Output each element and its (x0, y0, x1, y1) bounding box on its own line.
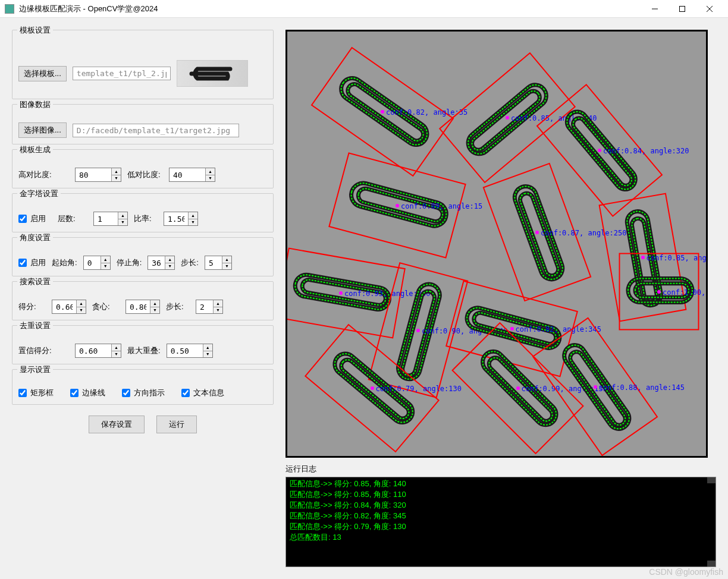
angle-stop-label: 停止角: (117, 257, 142, 268)
pyramid-group: 金字塔设置 启用 层数: ▲▼ 比率: ▲▼ (12, 193, 274, 232)
group-title: 金字塔设置 (17, 188, 61, 199)
template-preview (177, 60, 248, 87)
detection-center (371, 386, 374, 390)
pyramid-levels-spin[interactable]: ▲▼ (93, 212, 128, 226)
detection-center (516, 386, 520, 390)
group-title: 角度设置 (17, 232, 53, 243)
detection-label: conf:0.89, angle:15 (401, 202, 482, 210)
log-line: 匹配信息->> 得分: 0.82, 角度: 345 (290, 511, 712, 521)
log-output[interactable]: 匹配信息->> 得分: 0.85, 角度: 140匹配信息->> 得分: 0.8… (285, 477, 716, 567)
angle-step-spin[interactable]: ▲▼ (205, 256, 232, 270)
pyramid-levels-label: 层数: (58, 213, 87, 224)
text-checkbox[interactable]: 文本信息 (181, 388, 224, 398)
lo-contrast-label: 低对比度: (127, 169, 163, 180)
detection-center (535, 231, 539, 234)
edge-checkbox[interactable]: 边缘线 (70, 388, 105, 398)
detection-label: conf:0.88, angle:145 (599, 383, 685, 392)
titlebar: 边缘模板匹配演示 - OpenCV学堂@2024 (0, 0, 728, 18)
log-line: 匹配信息->> 得分: 0.79, 角度: 130 (290, 521, 712, 532)
close-button[interactable] (696, 0, 723, 18)
image-group: 图像数据 选择图像... (12, 104, 274, 144)
log-line: 匹配信息->> 得分: 0.85, 角度: 140 (290, 479, 712, 489)
group-title: 模板设置 (17, 25, 53, 36)
log-title: 运行日志 (285, 462, 716, 477)
detection-center (396, 204, 399, 207)
angle-group: 角度设置 启用 起始角: ▲▼ 停止角: ▲▼ 步长: ▲▼ (12, 237, 274, 276)
detection-center (657, 290, 661, 294)
log-line: 匹配信息->> 得分: 0.84, 角度: 320 (290, 500, 712, 511)
detection-center (598, 149, 601, 152)
detection-center (381, 110, 384, 114)
lo-contrast-spin[interactable]: ▲▼ (169, 168, 215, 182)
log-line: 总匹配数目: 13 (290, 532, 712, 543)
spin-up-icon: ▲ (206, 168, 215, 175)
dedup-overlap-label: 最大重叠: (127, 345, 161, 356)
pyramid-enable-checkbox[interactable]: 启用 (18, 213, 46, 224)
template-group: 模板设置 选择模板... (12, 30, 274, 99)
angle-enable-checkbox[interactable]: 启用 (18, 257, 46, 268)
hi-contrast-spin[interactable]: ▲▼ (75, 168, 121, 182)
detection-label: conf:0.79, angle:130 (376, 385, 462, 393)
display-group: 显示设置 矩形框 边缘线 方向指示 文本信息 (12, 369, 274, 405)
template-gen-group: 模板生成 高对比度: ▲▼ 低对比度: ▲▼ (12, 149, 274, 188)
log-line: 匹配信息->> 得分: 0.85, 角度: 110 (290, 489, 712, 500)
search-greedy-spin[interactable]: ▲▼ (125, 300, 160, 314)
detection-label: conf:1.00, angle:80 (663, 288, 708, 297)
browse-template-button[interactable]: 选择模板... (18, 66, 67, 81)
angle-start-label: 起始角: (52, 257, 77, 268)
hi-contrast-label: 高对比度: (18, 169, 69, 180)
search-score-label: 得分: (18, 301, 46, 312)
group-title: 搜索设置 (17, 276, 53, 287)
spin-up-icon: ▲ (112, 168, 121, 175)
group-title: 图像数据 (17, 99, 53, 110)
save-settings-button[interactable]: 保存设置 (89, 416, 145, 433)
result-canvas: conf:0.82, angle:35 conf:0.85, angle:140… (285, 30, 708, 458)
template-path-input[interactable] (73, 67, 171, 80)
svg-rect-1 (680, 6, 685, 11)
detection-center (510, 327, 514, 331)
detection-center (594, 385, 597, 389)
detection-label: conf:0.84, angle:320 (603, 147, 689, 155)
maximize-button[interactable] (669, 0, 696, 18)
dedup-group: 去重设置 置信得分: ▲▼ 最大重叠: ▲▼ (12, 325, 274, 364)
run-button[interactable]: 运行 (156, 416, 197, 433)
search-greedy-label: 贪心: (92, 301, 120, 312)
detection-center (416, 329, 420, 332)
window-title: 边缘模板匹配演示 - OpenCV学堂@2024 (19, 4, 641, 14)
detection-center (339, 291, 343, 295)
angle-stop-spin[interactable]: ▲▼ (148, 256, 175, 270)
group-title: 模板生成 (17, 144, 53, 155)
search-score-spin[interactable]: ▲▼ (52, 300, 86, 314)
dedup-conf-spin[interactable]: ▲▼ (75, 344, 121, 358)
group-title: 去重设置 (17, 320, 53, 331)
dedup-overlap-spin[interactable]: ▲▼ (167, 344, 213, 358)
angle-start-spin[interactable]: ▲▼ (83, 256, 111, 270)
spin-down-icon: ▼ (112, 175, 121, 182)
minimize-button[interactable] (641, 0, 669, 18)
search-step-spin[interactable]: ▲▼ (196, 300, 223, 314)
detection-center (506, 116, 509, 119)
app-icon (5, 4, 14, 14)
pyramid-ratio-label: 比率: (134, 213, 158, 224)
group-title: 显示设置 (17, 364, 53, 375)
search-group: 搜索设置 得分: ▲▼ 贪心: ▲▼ 步长: ▲▼ (12, 281, 274, 320)
angle-step-label: 步长: (181, 257, 199, 268)
rect-checkbox[interactable]: 矩形框 (18, 388, 54, 398)
dedup-conf-label: 置信得分: (18, 345, 69, 356)
search-step-label: 步长: (166, 301, 190, 312)
image-path-input[interactable] (73, 124, 239, 137)
spin-down-icon: ▼ (206, 175, 215, 182)
dir-checkbox[interactable]: 方向指示 (122, 388, 165, 398)
browse-image-button[interactable]: 选择图像... (18, 122, 67, 138)
pyramid-ratio-spin[interactable]: ▲▼ (164, 212, 198, 226)
